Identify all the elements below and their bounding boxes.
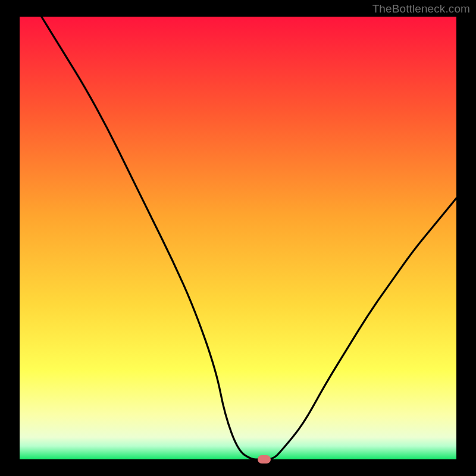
plot-area bbox=[20, 17, 456, 459]
watermark-text: TheBottleneck.com bbox=[372, 2, 470, 15]
current-position-marker bbox=[258, 455, 271, 464]
chart-frame: TheBottleneck.com bbox=[0, 0, 476, 476]
gradient-background bbox=[20, 17, 456, 459]
chart-svg bbox=[20, 17, 456, 459]
